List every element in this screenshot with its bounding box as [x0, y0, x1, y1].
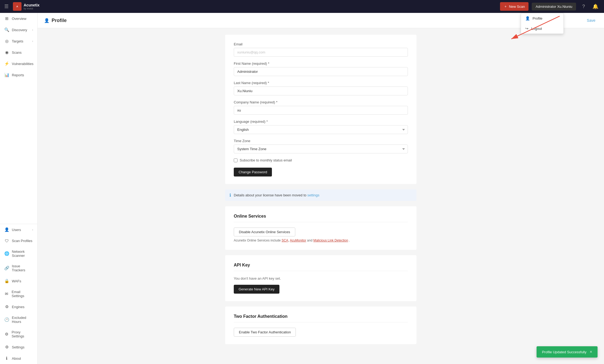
license-banner-text: Details about your license have been mov… — [234, 193, 319, 197]
sidebar-item-reports[interactable]: 📊 Reports — [0, 69, 37, 81]
targets-icon: ◎ — [4, 39, 9, 44]
profile-form-area: Email First Name (required) * Last Name … — [219, 28, 423, 356]
email-field[interactable] — [234, 48, 408, 57]
last-name-group: Last Name (required) * — [234, 81, 408, 95]
chevron-right-icon: › — [32, 28, 33, 31]
online-services-title: Online Services — [234, 214, 408, 222]
language-select[interactable]: English — [234, 125, 408, 134]
company-name-label: Company Name (required) * — [234, 100, 408, 104]
main-content: 👤 Profile Save Email First Name (require… — [38, 13, 604, 364]
new-scan-button[interactable]: ＋ New Scan — [500, 2, 528, 11]
logo-icon: A — [13, 2, 21, 11]
language-group: Language (required) * English — [234, 120, 408, 134]
dropdown-profile-item[interactable]: 👤 Profile — [521, 13, 563, 23]
logo-text: Acunetix by Invicti — [24, 3, 39, 10]
engines-icon: ⚙ — [4, 304, 9, 309]
plus-icon: ＋ — [504, 4, 507, 9]
last-name-field[interactable] — [234, 87, 408, 95]
network-scanner-icon: 🌐 — [4, 251, 9, 256]
email-group: Email — [234, 42, 408, 57]
sidebar-item-wafs[interactable]: 🔒 WAFs — [0, 275, 37, 287]
help-icon[interactable]: ? — [579, 2, 588, 11]
online-services-section: Online Services Disable Acunetix Online … — [225, 206, 416, 250]
proxy-settings-icon: ⚙ — [4, 332, 9, 337]
toast-message: Profile Updated Successfully — [542, 350, 586, 354]
scans-icon: ◉ — [4, 50, 9, 55]
first-name-field[interactable] — [234, 67, 408, 76]
sca-link[interactable]: SCA — [282, 239, 288, 242]
users-icon: 👤 — [4, 227, 9, 232]
person-icon: 👤 — [525, 16, 530, 20]
sidebar-item-scans[interactable]: ◉ Scans — [0, 47, 37, 58]
menu-icon[interactable]: ☰ — [4, 3, 9, 9]
generate-api-key-button[interactable]: Generate New API Key — [234, 285, 279, 294]
save-button[interactable]: Save — [585, 17, 598, 24]
disable-online-services-button[interactable]: Disable Acunetix Online Services — [234, 228, 295, 236]
malicious-link[interactable]: Malicious Link Detection — [313, 239, 348, 242]
company-name-group: Company Name (required) * — [234, 100, 408, 115]
api-key-title: API Key — [234, 263, 408, 271]
first-name-group: First Name (required) * — [234, 62, 408, 76]
dropdown-logout-item[interactable]: ↪ Logout — [521, 23, 563, 34]
enable-two-factor-button[interactable]: Enable Two Factor Authentication — [234, 328, 296, 337]
sidebar-item-overview[interactable]: ⊞ Overview — [0, 13, 37, 24]
subscribe-checkbox[interactable] — [234, 158, 238, 162]
two-factor-title: Two Factor Authentication — [234, 314, 408, 322]
email-settings-icon: ✉ — [4, 291, 9, 296]
bell-icon[interactable]: 🔔 — [591, 2, 600, 11]
settings-link[interactable]: settings — [307, 193, 319, 197]
overview-icon: ⊞ — [4, 16, 9, 21]
wafs-icon: 🔒 — [4, 279, 9, 283]
email-label: Email — [234, 42, 408, 46]
sidebar-item-about[interactable]: ℹ About — [0, 353, 37, 364]
profile-icon: 👤 — [44, 18, 49, 23]
sidebar-item-discovery[interactable]: 🔍 Discovery › — [0, 24, 37, 35]
logout-icon: ↪ — [525, 26, 528, 31]
about-icon: ℹ — [4, 356, 9, 361]
first-name-label: First Name (required) * — [234, 62, 408, 66]
vulnerabilities-icon: ⚡ — [4, 61, 9, 66]
topbar-right: ＋ New Scan Administrator Xu.Niuniu ? 🔔 — [500, 2, 600, 11]
sidebar-item-users[interactable]: 👤 Users › — [0, 224, 37, 235]
sidebar: ⊞ Overview 🔍 Discovery › ◎ Targets › ◉ S… — [0, 13, 38, 364]
toast-notification: Profile Updated Successfully × — [537, 346, 598, 358]
sidebar-item-vulnerabilities[interactable]: ⚡ Vulnerabilities — [0, 58, 37, 69]
sidebar-item-engines[interactable]: ⚙ Engines — [0, 301, 37, 312]
logo: A Acunetix by Invicti — [13, 2, 39, 11]
acumonitor-link[interactable]: AcuMonitor — [290, 239, 306, 242]
info-icon: ℹ — [229, 193, 231, 198]
timezone-select[interactable]: System Time Zone — [234, 145, 408, 153]
sidebar-item-settings[interactable]: ⚙ Settings — [0, 341, 37, 353]
settings-icon: ⚙ — [4, 345, 9, 349]
issue-trackers-icon: 🔗 — [4, 266, 9, 271]
sidebar-item-targets[interactable]: ◎ Targets › — [0, 35, 37, 47]
excluded-hours-icon: 🕐 — [4, 317, 9, 322]
subscribe-row: Subscribe to monthly status email — [234, 158, 408, 162]
subscribe-label: Subscribe to monthly status email — [240, 158, 292, 162]
chevron-right-icon: › — [32, 40, 33, 43]
timezone-group: Time Zone System Time Zone — [234, 139, 408, 153]
sidebar-item-issue-trackers[interactable]: 🔗 Issue Trackers — [0, 261, 37, 275]
user-dropdown-menu: 👤 Profile ↪ Logout — [521, 13, 564, 34]
scan-profiles-icon: 🛡 — [4, 239, 9, 243]
sidebar-item-proxy-settings[interactable]: ⚙ Proxy Settings — [0, 327, 37, 341]
language-label: Language (required) * — [234, 120, 408, 124]
online-services-description: Acunetix Online Services include SCA, Ac… — [234, 239, 408, 242]
company-name-field[interactable] — [234, 106, 408, 115]
sidebar-bottom: 👤 Users › 🛡 Scan Profiles 🌐 Network Scan… — [0, 224, 37, 364]
api-key-section: API Key You don't have an API key set. G… — [225, 255, 416, 301]
sidebar-item-excluded-hours[interactable]: 🕐 Excluded Hours — [0, 312, 37, 327]
toast-close-button[interactable]: × — [590, 349, 592, 354]
topbar: ☰ A Acunetix by Invicti ＋ New Scan Admin… — [0, 0, 604, 13]
last-name-label: Last Name (required) * — [234, 81, 408, 85]
api-key-empty-text: You don't have an API key set. — [234, 276, 408, 280]
sidebar-item-scan-profiles[interactable]: 🛡 Scan Profiles — [0, 235, 37, 246]
topbar-left: ☰ A Acunetix by Invicti — [4, 2, 39, 11]
two-factor-section: Two Factor Authentication Enable Two Fac… — [225, 307, 416, 344]
sidebar-item-email-settings[interactable]: ✉ Email Settings — [0, 287, 37, 301]
change-password-button[interactable]: Change Password — [234, 168, 272, 176]
timezone-label: Time Zone — [234, 139, 408, 143]
sidebar-item-network-scanner[interactable]: 🌐 Network Scanner — [0, 246, 37, 261]
chevron-right-icon: › — [32, 228, 33, 231]
admin-menu-button[interactable]: Administrator Xu.Niuniu — [532, 3, 576, 10]
